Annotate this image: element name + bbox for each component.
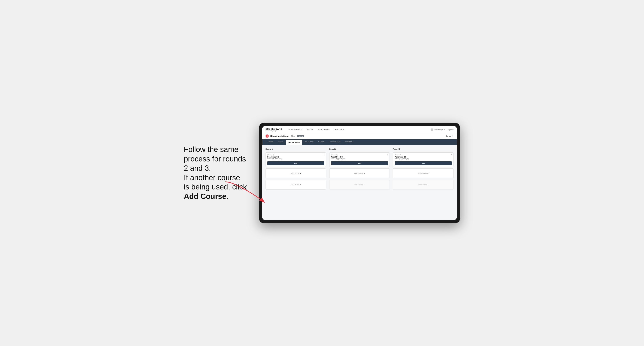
round-2-course-name: Peachtree GC	[331, 156, 388, 158]
page-wrapper: Follow the same process for rounds 2 and…	[184, 123, 460, 223]
content-area: Round 1 (Course A) Peachtree GC Yellow (…	[262, 145, 457, 220]
round-2-course-tag: (Course A)	[331, 154, 388, 156]
round-1-label: Round 1	[266, 148, 326, 150]
round-3-delete-icon[interactable]: ✕	[451, 154, 452, 156]
sign-out-link[interactable]: Sign out	[448, 129, 454, 131]
round-1-add-label-1: Add Course	[290, 172, 299, 174]
round-1-delete-icon[interactable]: ✕	[324, 154, 325, 156]
tablet-frame: SCOREBOARD Powered by clippd TOURNAMENTS…	[259, 123, 460, 223]
round-2-add-label-1: Add Course	[354, 172, 363, 174]
nav-teams[interactable]: TEAMS	[306, 129, 314, 131]
round-2-course-card-wrapper: (Course A) Peachtree GC Yellow (M) (6629…	[329, 152, 390, 167]
round-3-column: Round 3 (Course A) Peachtree GC Yellow (…	[393, 148, 454, 190]
cancel-button[interactable]: Cancel ✕	[446, 135, 454, 137]
scoreboard-logo: SCOREBOARD Powered by clippd	[266, 128, 282, 132]
round-1-plus-icon-2: +	[300, 184, 301, 186]
round-3-edit-button[interactable]: Edit	[395, 161, 452, 165]
round-1-course-details: Yellow (M) (6629 yds)	[267, 158, 324, 160]
round-2-column: Round 2 (Course A) Peachtree GC Yellow (…	[329, 148, 390, 190]
round-2-plus-icon-2: +	[364, 184, 365, 186]
nav-rankings[interactable]: RANKINGS	[334, 129, 345, 131]
round-1-course-card: (Course A) Peachtree GC Yellow (M) (6629…	[266, 152, 326, 167]
round-2-course-card: (Course A) Peachtree GC Yellow (M) (6629…	[329, 152, 390, 167]
round-2-edit-button[interactable]: Edit	[331, 161, 388, 165]
nav-right: blair@clippd.io | Sign out	[430, 128, 454, 131]
round-3-course-tag: (Course A)	[395, 154, 452, 156]
round-1-course-card-wrapper: (Course A) Peachtree GC Yellow (M) (6629…	[266, 152, 326, 167]
round-2-plus-icon-1: +	[364, 172, 365, 174]
tab-tee-groups[interactable]: Tee Groups	[302, 139, 316, 145]
nav-links: TOURNAMENTS TEAMS COMMITTEE RANKINGS	[287, 129, 430, 131]
clippd-logo: C	[266, 135, 269, 138]
round-3-add-course-1[interactable]: Add Course +	[393, 168, 454, 178]
user-avatar	[430, 128, 433, 131]
round-3-course-card-wrapper: (Course A) Peachtree GC Yellow (M) (6629…	[393, 152, 454, 167]
round-3-course-details: Yellow (M) (6629 yds)	[395, 158, 452, 160]
tournament-name: Clippd Invitational	[270, 135, 289, 137]
tab-printables[interactable]: Printables	[342, 139, 355, 145]
rounds-grid: Round 1 (Course A) Peachtree GC Yellow (…	[266, 148, 454, 190]
round-3-add-label-2: Add Course	[418, 184, 427, 186]
tab-course-setup[interactable]: Course Setup	[286, 140, 302, 145]
round-1-add-course-2[interactable]: Add Course +	[266, 180, 326, 190]
round-1-column: Round 1 (Course A) Peachtree GC Yellow (…	[266, 148, 326, 190]
round-2-label: Round 2	[329, 148, 390, 150]
round-3-add-label-1: Add Course	[418, 172, 427, 174]
user-email: blair@clippd.io	[434, 129, 445, 131]
tab-results[interactable]: Results	[316, 139, 326, 145]
round-3-label: Round 3	[393, 148, 454, 150]
round-1-edit-button[interactable]: Edit	[267, 161, 324, 165]
annotation-bold: Add Course.	[184, 192, 228, 200]
round-1-course-tag: (Course A)	[267, 154, 324, 156]
round-2-course-details: Yellow (M) (6629 yds)	[331, 158, 388, 160]
hosting-badge: Hosting	[297, 135, 304, 137]
round-2-delete-icon[interactable]: ✕	[387, 154, 388, 156]
tab-details[interactable]: Details	[266, 139, 276, 145]
round-2-add-course-1[interactable]: Add Course +	[329, 168, 390, 178]
round-3-plus-icon-2: +	[428, 184, 428, 186]
round-3-course-card: (Course A) Peachtree GC Yellow (M) (6629…	[393, 152, 454, 167]
round-1-add-course-1[interactable]: Add Course +	[266, 168, 326, 178]
tablet-screen: SCOREBOARD Powered by clippd TOURNAMENTS…	[262, 126, 457, 220]
nav-tournaments[interactable]: TOURNAMENTS	[287, 129, 302, 131]
annotation-text: Follow the same process for rounds 2 and…	[184, 145, 247, 201]
nav-committee[interactable]: COMMITTEE	[318, 129, 330, 131]
logo-sub: Powered by clippd	[266, 130, 282, 132]
logo-main: SCOREBOARD	[266, 128, 282, 130]
round-2-add-course-2: Add Course +	[329, 180, 390, 190]
tab-teams[interactable]: Teams	[276, 139, 286, 145]
sub-header: C Clippd Invitational (Men) Hosting Canc…	[262, 133, 457, 139]
round-1-add-label-2: Add Course	[290, 184, 299, 186]
round-1-plus-icon-1: +	[300, 172, 301, 174]
annotation-line1: Follow the same process for rounds 2 and…	[184, 145, 247, 200]
tab-leaderboards[interactable]: Leaderboards	[326, 139, 342, 145]
top-nav: SCOREBOARD Powered by clippd TOURNAMENTS…	[262, 126, 457, 133]
round-2-add-label-2: Add Course	[354, 184, 363, 186]
tab-bar: Details Teams Course Setup Tee Groups Re…	[262, 139, 457, 145]
round-3-add-course-2: Add Course +	[393, 180, 454, 190]
round-3-plus-icon-1: +	[428, 172, 428, 174]
round-1-course-name: Peachtree GC	[267, 156, 324, 158]
tournament-gender: (Men)	[290, 135, 295, 137]
round-3-course-name: Peachtree GC	[395, 156, 452, 158]
sub-header-left: C Clippd Invitational (Men) Hosting	[266, 135, 304, 138]
